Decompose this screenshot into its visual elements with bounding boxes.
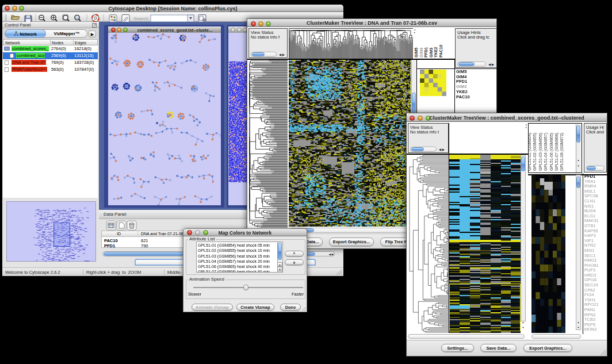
svg-text:1:1: 1:1 [75,17,79,20]
svg-text:Search:: Search: [133,16,150,21]
